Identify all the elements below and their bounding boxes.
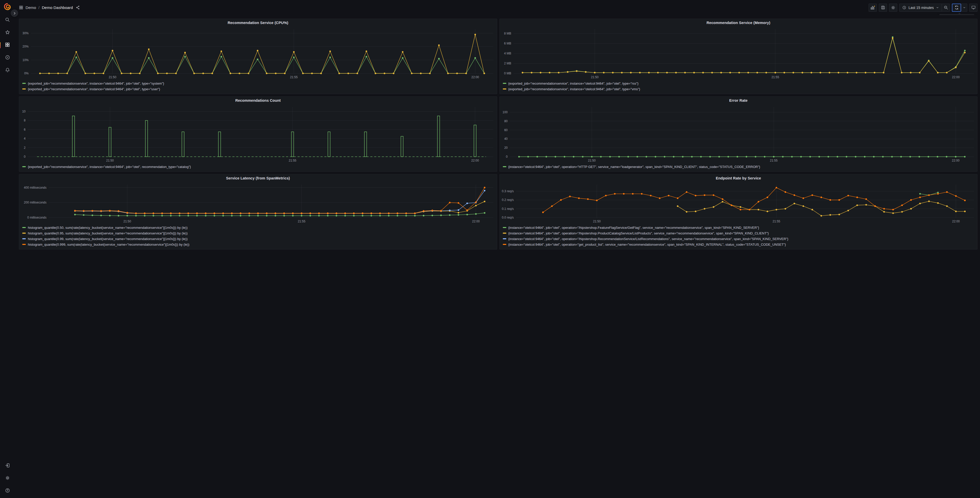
compass-icon (5, 55, 10, 61)
panel-title: Recommendations Count (235, 99, 281, 102)
svg-text:6: 6 (24, 128, 25, 131)
time-series-chart[interactable]: 0 milliseconds200 milliseconds400 millis… (19, 182, 490, 224)
legend-label[interactable]: histogram_quantile(0.99, sum(rate(latenc… (28, 237, 188, 241)
time-series-chart[interactable]: 024681021:5021:5522:00 (19, 104, 490, 163)
search-icon (5, 17, 10, 24)
legend-color-swatch (22, 233, 26, 234)
legend-color-swatch (22, 238, 26, 239)
svg-text:10: 10 (22, 110, 26, 113)
legend-label[interactable]: histogram_quantile(0.50, sum(rate(latenc… (28, 226, 188, 230)
dashboards-grid-icon (5, 42, 10, 48)
topbar: Demo / Demo Dashboard Last 15 minutes (15, 0, 490, 15)
legend-color-swatch (22, 88, 26, 90)
legend-label[interactable]: {exported_job="recommendationservice", i… (28, 81, 164, 85)
legend-color-swatch (22, 227, 26, 228)
panel-legend: {exported_job="recommendationservice", i… (19, 163, 490, 172)
legend-item[interactable]: {exported_job="recommendationservice", i… (22, 86, 490, 92)
legend-item[interactable]: histogram_quantile(0.999, sum(rate(laten… (22, 242, 490, 247)
legend-color-swatch (22, 244, 26, 245)
svg-text:22:00: 22:00 (471, 159, 479, 162)
svg-text:10%: 10% (22, 58, 29, 62)
panel-title: Service Latency (from SpanMetrics) (226, 176, 290, 180)
svg-text:4: 4 (24, 137, 25, 140)
breadcrumb: Demo / Demo Dashboard (19, 5, 80, 10)
panel-header[interactable]: Recommendations Count (19, 97, 490, 104)
svg-text:8: 8 (24, 119, 25, 122)
svg-text:21:50: 21:50 (123, 220, 131, 223)
panel-legend: histogram_quantile(0.50, sum(rate(latenc… (19, 224, 490, 249)
svg-text:22:00: 22:00 (471, 75, 479, 79)
star-icon (5, 30, 10, 36)
legend-color-swatch (22, 83, 26, 84)
breadcrumb-folder[interactable]: Demo (25, 5, 36, 10)
panel-header[interactable]: Service Latency (from SpanMetrics) (19, 174, 490, 182)
dashboard-content: Recommendation Service (CPU%) 0%10%20%30… (15, 15, 490, 249)
sidebar-item-starred[interactable] (3, 28, 12, 37)
svg-text:21:55: 21:55 (290, 75, 298, 79)
panel-grid: Recommendation Service (CPU%) 0%10%20%30… (19, 19, 490, 249)
svg-text:20%: 20% (22, 45, 29, 48)
legend-item[interactable]: {exported_job="recommendationservice", i… (22, 164, 490, 169)
dashboard-panel: Service Latency (from SpanMetrics) 0 mil… (19, 174, 490, 249)
svg-text:21:50: 21:50 (106, 159, 114, 162)
grafana-logo[interactable] (3, 2, 12, 11)
svg-text:30%: 30% (22, 32, 29, 35)
svg-text:22:00: 22:00 (472, 220, 480, 223)
time-series-chart[interactable]: 0%10%20%30%21:5021:5522:00 (19, 27, 490, 80)
svg-text:2: 2 (24, 146, 25, 150)
svg-text:200 milliseconds: 200 milliseconds (24, 201, 46, 204)
legend-color-swatch (22, 166, 26, 168)
legend-label[interactable]: {exported_job="recommendationservice", i… (28, 87, 160, 91)
svg-text:0 milliseconds: 0 milliseconds (27, 216, 46, 219)
svg-text:400 milliseconds: 400 milliseconds (24, 186, 46, 190)
dashboard-panel: Recommendations Count 024681021:5021:552… (19, 96, 490, 172)
svg-text:21:50: 21:50 (108, 75, 116, 79)
sidebar-expand-button[interactable] (11, 10, 18, 17)
breadcrumb-dashboard[interactable]: Demo Dashboard (42, 5, 73, 10)
panel-title: Recommendation Service (CPU%) (228, 21, 288, 25)
panel-header[interactable]: Recommendation Service (CPU%) (19, 19, 490, 27)
legend-item[interactable]: histogram_quantile(0.99, sum(rate(latenc… (22, 236, 490, 242)
legend-label[interactable]: {exported_job="recommendationservice", i… (28, 165, 191, 169)
sidebar (0, 0, 15, 249)
breadcrumb-separator: / (38, 5, 39, 10)
svg-text:21:55: 21:55 (298, 220, 305, 223)
sidebar-main-nav (3, 16, 12, 75)
sidebar-item-explore[interactable] (3, 53, 12, 62)
bell-icon (5, 67, 10, 73)
share-alt-icon[interactable] (76, 5, 80, 10)
sidebar-item-alerting[interactable] (3, 66, 12, 75)
legend-item[interactable]: {exported_job="recommendationservice", i… (22, 81, 490, 86)
legend-item[interactable]: histogram_quantile(0.50, sum(rate(latenc… (22, 225, 490, 230)
panel-legend: {exported_job="recommendationservice", i… (19, 80, 490, 94)
svg-text:0: 0 (24, 155, 25, 158)
svg-text:21:55: 21:55 (289, 159, 296, 162)
sidebar-item-search[interactable] (3, 16, 12, 25)
legend-label[interactable]: histogram_quantile(0.999, sum(rate(laten… (28, 243, 189, 246)
apps-grid-icon (19, 5, 23, 10)
svg-text:0%: 0% (24, 72, 29, 75)
sidebar-item-dashboards[interactable] (3, 41, 12, 50)
dashboard-panel: Recommendation Service (CPU%) 0%10%20%30… (19, 19, 490, 94)
legend-item[interactable]: histogram_quantile(0.95, sum(rate(latenc… (22, 230, 490, 236)
legend-label[interactable]: histogram_quantile(0.95, sum(rate(latenc… (28, 231, 188, 235)
